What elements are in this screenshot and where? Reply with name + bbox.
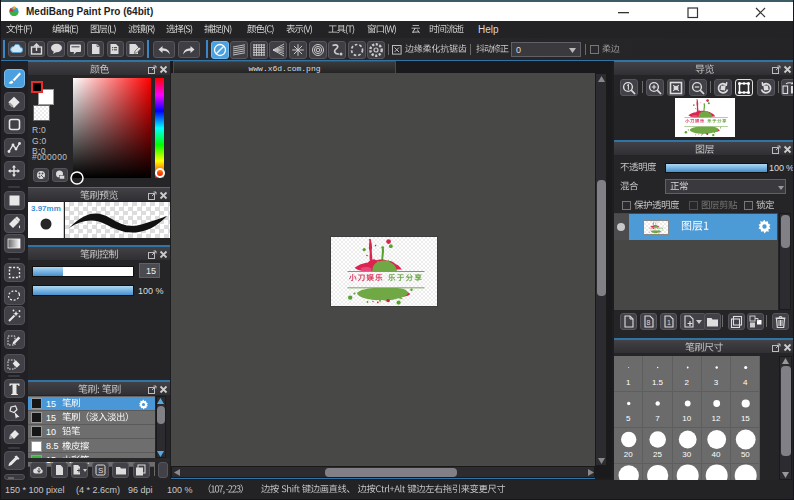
svg-text:8: 8: [646, 319, 650, 326]
svg-text:1: 1: [667, 319, 671, 326]
svg-text:S: S: [98, 466, 103, 475]
